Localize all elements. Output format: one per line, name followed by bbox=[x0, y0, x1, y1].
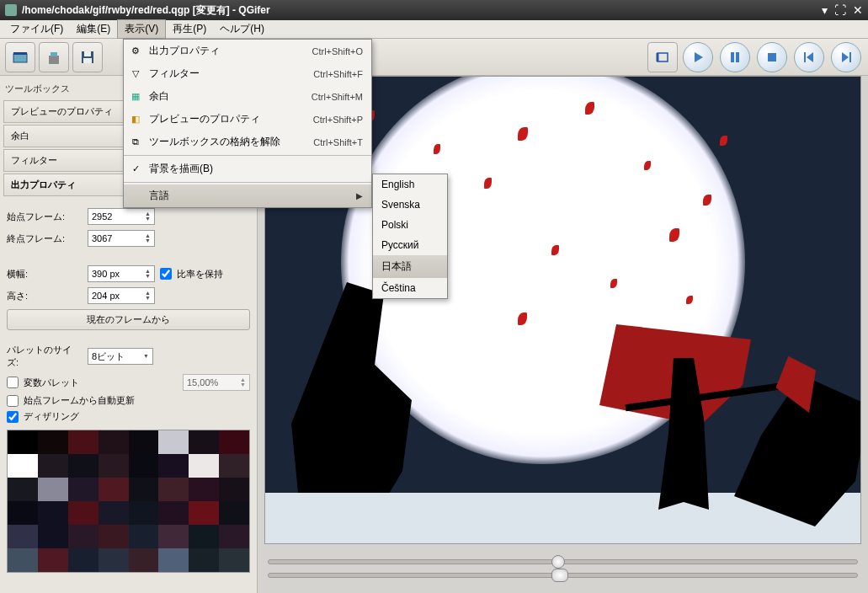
svg-rect-2 bbox=[49, 56, 59, 64]
export-gif-button[interactable] bbox=[39, 42, 69, 72]
funnel-icon: ▽ bbox=[129, 67, 142, 81]
range-slider[interactable] bbox=[268, 573, 858, 578]
menu-preview-properties[interactable]: ◧ プレビューのプロパティ Ctrl+Shift+P bbox=[124, 108, 371, 131]
chevron-right-icon: ▶ bbox=[356, 191, 363, 200]
svg-rect-1 bbox=[13, 52, 27, 55]
svg-rect-7 bbox=[658, 53, 668, 61]
dithering-checkbox[interactable] bbox=[7, 411, 19, 423]
palette-preview bbox=[7, 430, 250, 573]
from-current-frame-button[interactable]: 現在のフレームから bbox=[7, 309, 250, 330]
height-label: 高さ: bbox=[7, 290, 83, 302]
menu-view[interactable]: 表示(V) bbox=[117, 19, 166, 39]
pause-button[interactable] bbox=[720, 42, 750, 72]
svg-rect-8 bbox=[731, 52, 734, 62]
menu-edit[interactable]: 編集(E) bbox=[70, 20, 117, 38]
output-panel: 始点フレーム: 2952▲▼ 終点フレーム: 3067▲▼ 横幅: 390 px… bbox=[3, 198, 253, 578]
titlebar: /home/chodak/gif/rwby/red/red.qgp [変更有] … bbox=[0, 0, 868, 20]
window-title: /home/chodak/gif/rwby/red/red.qgp [変更有] … bbox=[22, 3, 822, 18]
menu-file[interactable]: ファイル(F) bbox=[3, 20, 70, 38]
svg-rect-6 bbox=[83, 58, 92, 63]
language-submenu: English Svenska Polski Русский 日本語 Češti… bbox=[372, 174, 448, 299]
save-button[interactable] bbox=[72, 42, 103, 72]
palette-size-label: パレットのサイズ: bbox=[7, 344, 83, 369]
set-start-button[interactable] bbox=[647, 42, 678, 72]
svg-rect-10 bbox=[768, 53, 776, 61]
palette-size-select[interactable]: 8ビット▼ bbox=[88, 348, 153, 365]
lang-svenska[interactable]: Svenska bbox=[373, 195, 447, 215]
variable-palette-label: 変数パレット bbox=[24, 377, 79, 389]
svg-rect-12 bbox=[849, 52, 851, 62]
width-input[interactable]: 390 px▲▼ bbox=[88, 265, 155, 282]
keep-ratio-label: 比率を保持 bbox=[177, 268, 223, 280]
margins-icon: ▦ bbox=[129, 90, 142, 104]
auto-update-checkbox[interactable] bbox=[7, 395, 19, 407]
play-button[interactable] bbox=[683, 42, 713, 72]
start-frame-input[interactable]: 2952▲▼ bbox=[88, 208, 155, 225]
menu-draw-background[interactable]: ✓ 背景を描画(B) bbox=[124, 158, 371, 180]
next-frame-button[interactable] bbox=[831, 42, 861, 72]
menu-margins[interactable]: ▦ 余白 Ctrl+Shift+M bbox=[124, 85, 371, 108]
end-frame-input[interactable]: 3067▲▼ bbox=[88, 230, 155, 247]
position-slider[interactable] bbox=[268, 559, 858, 564]
start-frame-label: 始点フレーム: bbox=[7, 211, 83, 223]
view-menu-dropdown: ⚙ 出力プロパティ Ctrl+Shift+O ▽ フィルター Ctrl+Shif… bbox=[123, 39, 372, 208]
width-label: 横幅: bbox=[7, 268, 83, 280]
svg-rect-9 bbox=[736, 52, 739, 62]
stop-button[interactable] bbox=[757, 42, 787, 72]
keep-ratio-checkbox[interactable] bbox=[160, 268, 172, 280]
prev-frame-button[interactable] bbox=[794, 42, 824, 72]
open-video-button[interactable] bbox=[5, 42, 35, 72]
end-frame-label: 終点フレーム: bbox=[7, 232, 83, 245]
dithering-label: ディザリング bbox=[24, 410, 79, 423]
svg-rect-0 bbox=[13, 54, 27, 62]
variable-palette-checkbox[interactable] bbox=[7, 377, 19, 388]
lang-czech[interactable]: Čeština bbox=[373, 278, 447, 298]
maximize-icon[interactable]: ⛶ bbox=[834, 3, 846, 17]
lang-japanese[interactable]: 日本語 bbox=[373, 255, 447, 278]
menu-help[interactable]: ヘルプ(H) bbox=[213, 20, 271, 38]
svg-rect-5 bbox=[84, 51, 91, 56]
svg-rect-11 bbox=[804, 52, 806, 62]
lang-russian[interactable]: Русский bbox=[373, 235, 447, 255]
app-icon bbox=[5, 4, 17, 16]
close-icon[interactable]: ✕ bbox=[853, 3, 863, 17]
lang-polski[interactable]: Polski bbox=[373, 215, 447, 235]
menu-filters[interactable]: ▽ フィルター Ctrl+Shift+F bbox=[124, 62, 371, 85]
variable-palette-pct[interactable]: 15,00%▲▼ bbox=[183, 374, 250, 391]
undock-icon: ⧉ bbox=[129, 136, 142, 149]
preview-icon: ◧ bbox=[129, 113, 142, 126]
menu-play[interactable]: 再生(P) bbox=[166, 20, 213, 38]
menubar: ファイル(F) 編集(E) 表示(V) 再生(P) ヘルプ(H) bbox=[0, 20, 868, 39]
auto-update-label: 始点フレームから自動更新 bbox=[24, 394, 135, 407]
menu-language[interactable]: 言語 ▶ bbox=[124, 184, 371, 207]
lang-english[interactable]: English bbox=[373, 174, 447, 195]
minimize-icon[interactable]: ▾ bbox=[822, 3, 828, 17]
height-input[interactable]: 204 px▲▼ bbox=[88, 287, 155, 304]
gear-icon: ⚙ bbox=[129, 45, 142, 58]
menu-output-properties[interactable]: ⚙ 出力プロパティ Ctrl+Shift+O bbox=[124, 40, 371, 62]
check-icon: ✓ bbox=[129, 163, 142, 176]
menu-undock-toolbox[interactable]: ⧉ ツールボックスの格納を解除 Ctrl+Shift+T bbox=[124, 131, 371, 153]
svg-rect-3 bbox=[51, 52, 57, 56]
